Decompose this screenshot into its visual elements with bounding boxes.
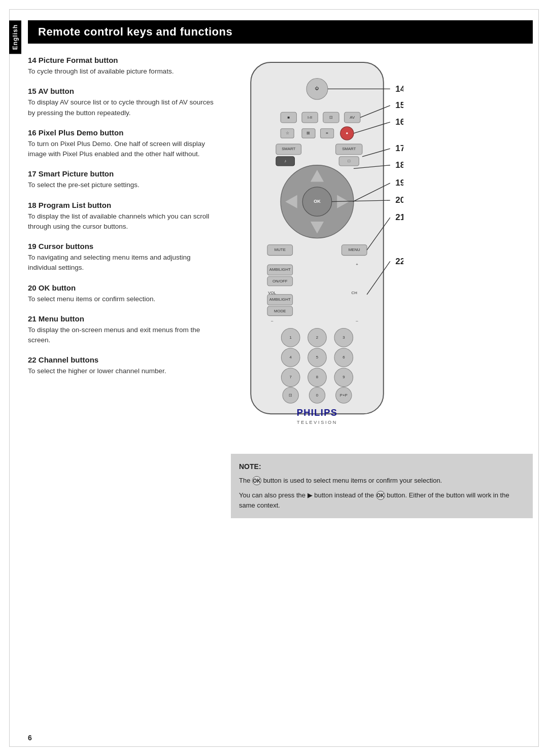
section-22: 22 Channel buttons To select the higher … — [28, 355, 221, 376]
svg-text:⊡: ⊡ — [289, 393, 292, 398]
page-border-bottom — [9, 746, 539, 747]
svg-text:3: 3 — [342, 335, 345, 340]
svg-text:0: 0 — [316, 393, 319, 398]
note-title: NOTE: — [239, 461, 525, 472]
section-21-title: 21 Menu button — [28, 314, 221, 323]
svg-text:P+P: P+P — [340, 393, 348, 398]
svg-text:2: 2 — [316, 335, 318, 340]
section-21: 21 Menu button To display the on-screen … — [28, 314, 221, 346]
section-17-title: 17 Smart Picture button — [28, 169, 221, 178]
svg-text:■: ■ — [287, 115, 290, 120]
ok-icon-1: OK — [252, 476, 261, 485]
svg-text:7: 7 — [290, 375, 292, 379]
svg-text:14: 14 — [395, 84, 403, 94]
section-15-title: 15 AV button — [28, 87, 221, 95]
svg-text:–: – — [356, 318, 358, 323]
section-14-body: To cycle through list of available pictu… — [28, 66, 221, 77]
svg-text:ON/OFF: ON/OFF — [272, 279, 288, 283]
svg-text:15: 15 — [395, 100, 403, 110]
svg-text:≡: ≡ — [326, 131, 328, 135]
section-18-title: 18 Program List button — [28, 201, 221, 209]
section-19-title: 19 Cursor buttons — [28, 242, 221, 250]
svg-text:18: 18 — [395, 160, 403, 170]
svg-text:MUTE: MUTE — [275, 247, 286, 252]
section-21-body: To display the on-screen menus and exit … — [28, 325, 221, 346]
remote-diagram: ⏻ ■ I-II ⊡ AV ☆ ⊠ ≡ ● — [231, 56, 403, 442]
ok-icon-2: OK — [376, 491, 385, 500]
remote-svg: ⏻ ■ I-II ⊡ AV ☆ ⊠ ≡ ● — [231, 56, 403, 440]
svg-text:I-II: I-II — [307, 115, 312, 120]
svg-text:1: 1 — [290, 335, 292, 340]
svg-text:PHILIPS: PHILIPS — [297, 407, 337, 418]
svg-text:TELEVISION: TELEVISION — [297, 420, 337, 425]
svg-text:–: – — [271, 318, 273, 323]
svg-text:8: 8 — [316, 375, 319, 379]
page-border-left — [9, 9, 10, 747]
svg-text:AV: AV — [350, 115, 355, 120]
section-15: 15 AV button To display AV source list o… — [28, 87, 221, 118]
svg-text:OK: OK — [314, 199, 321, 204]
svg-text:AMBILIGHT: AMBILIGHT — [269, 297, 291, 302]
section-22-body: To select the higher or lower channel nu… — [28, 366, 221, 376]
section-16-title: 16 Pixel Plus Demo button — [28, 128, 221, 137]
svg-text:22: 22 — [395, 257, 403, 266]
page-border-top — [9, 9, 539, 10]
section-20-body: To select menu items or confirm selectio… — [28, 294, 221, 304]
svg-text:16: 16 — [395, 117, 403, 127]
svg-text:♪: ♪ — [284, 159, 286, 163]
svg-text:☆: ☆ — [286, 131, 289, 135]
section-17: 17 Smart Picture button To select the pr… — [28, 169, 221, 190]
note-line-1: The OK button is used to select menu ite… — [239, 476, 525, 486]
svg-text:⊡: ⊡ — [329, 115, 333, 120]
section-20-title: 20 OK button — [28, 283, 221, 292]
left-column: 14 Picture Format button To cycle throug… — [28, 56, 221, 731]
svg-text:⊠: ⊠ — [307, 131, 311, 135]
svg-text:5: 5 — [316, 355, 319, 359]
svg-text:6: 6 — [342, 355, 345, 359]
main-content: 14 Picture Format button To cycle throug… — [28, 56, 533, 731]
section-19: 19 Cursor buttons To navigating and sele… — [28, 242, 221, 273]
svg-text:MENU: MENU — [349, 247, 360, 252]
language-tab: English — [9, 20, 21, 54]
section-20: 20 OK button To select menu items or con… — [28, 283, 221, 304]
svg-text:CH: CH — [352, 291, 358, 295]
svg-text:20: 20 — [395, 195, 403, 205]
section-16: 16 Pixel Plus Demo button To turn on Pix… — [28, 128, 221, 160]
section-19-body: To navigating and selecting menu items a… — [28, 253, 221, 273]
svg-text:⏻: ⏻ — [315, 86, 319, 91]
page-title: Remote control keys and functions — [28, 20, 533, 44]
svg-text:MODE: MODE — [274, 309, 286, 313]
svg-text:SMART: SMART — [342, 147, 356, 151]
svg-text:●: ● — [346, 131, 348, 135]
svg-text:21: 21 — [395, 212, 403, 222]
page-number: 6 — [28, 734, 32, 742]
section-14: 14 Picture Format button To cycle throug… — [28, 56, 221, 77]
svg-text:4: 4 — [290, 355, 292, 359]
section-16-body: To turn on Pixel Plus Demo. One half of … — [28, 139, 221, 160]
section-22-title: 22 Channel buttons — [28, 355, 221, 364]
section-15-body: To display AV source list or to cycle th… — [28, 97, 221, 118]
svg-text:19: 19 — [395, 178, 403, 188]
svg-text:17: 17 — [395, 143, 403, 153]
svg-text:□: □ — [348, 159, 350, 163]
svg-text:+: + — [356, 262, 358, 267]
section-17-body: To select the pre-set picture settings. — [28, 180, 221, 190]
note-line-2: You can also press the ▶ button instead … — [239, 490, 525, 512]
note-box: NOTE: The OK button is used to select me… — [231, 454, 533, 518]
page-border-right — [538, 9, 539, 747]
svg-text:SMART: SMART — [282, 147, 295, 151]
section-18-body: To display the list of available channel… — [28, 211, 221, 232]
svg-text:9: 9 — [342, 375, 345, 379]
right-column: ⏻ ■ I-II ⊡ AV ☆ ⊠ ≡ ● — [231, 56, 533, 731]
section-18: 18 Program List button To display the li… — [28, 201, 221, 232]
svg-text:AMBILIGHT: AMBILIGHT — [269, 267, 291, 272]
section-14-title: 14 Picture Format button — [28, 56, 221, 64]
